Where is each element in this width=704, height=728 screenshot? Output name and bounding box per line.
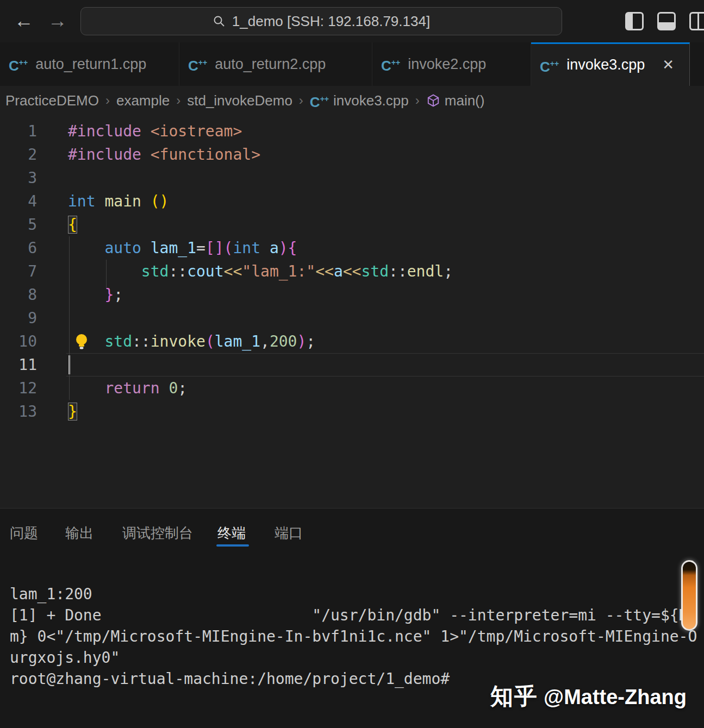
line-number: 12 bbox=[0, 376, 37, 400]
line-number: 11 bbox=[0, 353, 37, 376]
terminal-scrollbar[interactable] bbox=[681, 560, 697, 631]
code-line-13[interactable]: 13} bbox=[0, 400, 704, 423]
panel-tab-端口[interactable]: 端口 bbox=[275, 524, 303, 543]
line-number: 1 bbox=[0, 120, 37, 143]
code-line-6[interactable]: 6 auto lam_1=[](int a){ bbox=[0, 236, 704, 260]
code-text: std::cout<<"lam_1:"<<a<<std::endl; bbox=[68, 260, 453, 283]
cpp-file-icon: C++ bbox=[9, 55, 28, 73]
line-number: 4 bbox=[0, 190, 37, 213]
code-line-9[interactable]: 9 bbox=[0, 306, 704, 330]
breadcrumb-item-PracticeDEMO[interactable]: PracticeDEMO bbox=[5, 92, 99, 109]
indent-guide bbox=[106, 260, 107, 288]
breadcrumb-separator-icon: › bbox=[298, 93, 304, 108]
code-text: { bbox=[68, 213, 77, 236]
code-text: #include <functional> bbox=[68, 143, 260, 166]
toggle-sidebar-icon[interactable] bbox=[625, 12, 644, 30]
forward-icon[interactable]: → bbox=[48, 10, 67, 32]
cpp-file-icon: C++ bbox=[381, 55, 400, 73]
cpp-file-icon: C++ bbox=[188, 55, 207, 73]
breadcrumb-item-stdinvokeDemo[interactable]: std_invokeDemo bbox=[187, 92, 292, 109]
line-number: 10 bbox=[0, 330, 37, 353]
terminal-line: m} 0<"/tmp/Microsoft-MIEngine-In-bvf1ni1… bbox=[10, 626, 704, 647]
code-line-4[interactable]: 4int main () bbox=[0, 190, 704, 213]
breadcrumb-label: invoke3.cpp bbox=[333, 92, 409, 109]
code-line-1[interactable]: 1#include <iostream> bbox=[0, 120, 704, 143]
tab-invoke2.cpp[interactable]: C++invoke2.cpp bbox=[372, 42, 531, 86]
tab-auto_return1.cpp[interactable]: C++auto_return1.cpp bbox=[0, 42, 179, 86]
code-text: } bbox=[68, 400, 77, 423]
breadcrumb-separator-icon: › bbox=[175, 93, 182, 108]
tab-label: invoke3.cpp bbox=[566, 57, 645, 73]
terminal-line: urgxojs.hy0" bbox=[10, 647, 704, 668]
line-number: 13 bbox=[0, 400, 37, 423]
cpp-file-icon: C++ bbox=[310, 92, 329, 109]
indent-guide bbox=[69, 236, 70, 400]
back-icon[interactable]: ← bbox=[14, 10, 34, 32]
code-text: }; bbox=[68, 283, 123, 306]
panel-tab-输出[interactable]: 输出 bbox=[65, 524, 94, 543]
active-panel-tab-underline bbox=[216, 544, 249, 547]
code-line-10[interactable]: 10 std::invoke(lam_1,200); bbox=[0, 330, 704, 353]
code-text: std::invoke(lam_1,200); bbox=[68, 330, 315, 353]
terminal-line: lam_1:200 bbox=[10, 583, 704, 605]
code-line-11[interactable]: 11 bbox=[0, 353, 704, 376]
lightbulb-icon[interactable] bbox=[74, 333, 89, 354]
search-icon bbox=[213, 15, 226, 28]
breadcrumb-item-invoke3cpp[interactable]: C++invoke3.cpp bbox=[310, 92, 409, 109]
code-text: auto lam_1=[](int a){ bbox=[68, 236, 297, 260]
breadcrumb[interactable]: PracticeDEMO›example›std_invokeDemo›C++i… bbox=[5, 86, 704, 115]
line-number: 3 bbox=[0, 166, 37, 190]
line-number: 5 bbox=[0, 213, 37, 236]
line-number: 6 bbox=[0, 236, 37, 260]
cpp-file-icon: C++ bbox=[540, 57, 559, 74]
tab-label: invoke2.cpp bbox=[408, 56, 486, 73]
panel-tab-终端[interactable]: 终端 bbox=[217, 524, 246, 543]
code-text: int main () bbox=[68, 190, 169, 213]
code-line-3[interactable]: 3 bbox=[0, 166, 704, 190]
code-line-5[interactable]: 5{ bbox=[0, 213, 704, 236]
code-line-12[interactable]: 12 return 0; bbox=[0, 376, 704, 400]
line-number: 8 bbox=[0, 283, 37, 306]
breadcrumb-item-example[interactable]: example bbox=[116, 92, 170, 109]
breadcrumb-label: main() bbox=[445, 92, 485, 109]
tab-invoke3.cpp[interactable]: C++invoke3.cpp✕ bbox=[531, 42, 690, 86]
close-icon[interactable]: ✕ bbox=[662, 57, 674, 73]
breadcrumb-item-main[interactable]: main() bbox=[426, 92, 485, 109]
command-center-search[interactable]: 1_demo [SSH: 192.168.79.134] bbox=[80, 7, 562, 35]
code-line-2[interactable]: 2#include <functional> bbox=[0, 143, 704, 166]
breadcrumb-label: std_invokeDemo bbox=[187, 92, 292, 109]
panel-tab-问题[interactable]: 问题 bbox=[10, 524, 38, 543]
code-text: return 0; bbox=[68, 376, 187, 400]
line-number: 2 bbox=[0, 143, 37, 166]
watermark: 知乎@Matte-Zhang bbox=[490, 681, 687, 712]
line-number: 9 bbox=[0, 306, 37, 330]
editor-tab-bar: C++auto_return1.cppC++auto_return2.cppC+… bbox=[0, 42, 704, 86]
terminal-output[interactable]: lam_1:200[1] + Done "/usr/bin/gdb" --int… bbox=[10, 583, 704, 689]
tab-label: auto_return2.cpp bbox=[215, 56, 326, 73]
breadcrumb-label: example bbox=[116, 92, 170, 109]
watermark-handle: @Matte-Zhang bbox=[544, 686, 687, 708]
tab-label: auto_return1.cpp bbox=[35, 56, 146, 73]
code-text: #include <iostream> bbox=[68, 120, 242, 143]
panel-tab-调试控制台[interactable]: 调试控制台 bbox=[122, 524, 193, 543]
toggle-secondary-sidebar-icon[interactable] bbox=[689, 12, 704, 30]
window-title: 1_demo [SSH: 192.168.79.134] bbox=[232, 13, 430, 30]
vscode-window: ← → 1_demo [SSH: 192.168.79.134] C++auto… bbox=[0, 0, 704, 728]
symbol-method-icon bbox=[426, 93, 440, 108]
breadcrumb-separator-icon: › bbox=[104, 93, 111, 108]
toggle-panel-icon[interactable] bbox=[657, 12, 676, 30]
tab-auto_return2.cpp[interactable]: C++auto_return2.cpp bbox=[179, 42, 372, 86]
breadcrumb-label: PracticeDEMO bbox=[5, 92, 99, 109]
line-number: 7 bbox=[0, 260, 37, 283]
code-editor[interactable]: 1#include <iostream>2#include <functiona… bbox=[0, 115, 704, 508]
watermark-brand: 知乎 bbox=[490, 683, 538, 709]
title-bar: ← → 1_demo [SSH: 192.168.79.134] bbox=[0, 0, 704, 42]
terminal-line: [1] + Done "/usr/bin/gdb" --interpreter=… bbox=[10, 605, 704, 626]
breadcrumb-separator-icon: › bbox=[414, 93, 421, 108]
